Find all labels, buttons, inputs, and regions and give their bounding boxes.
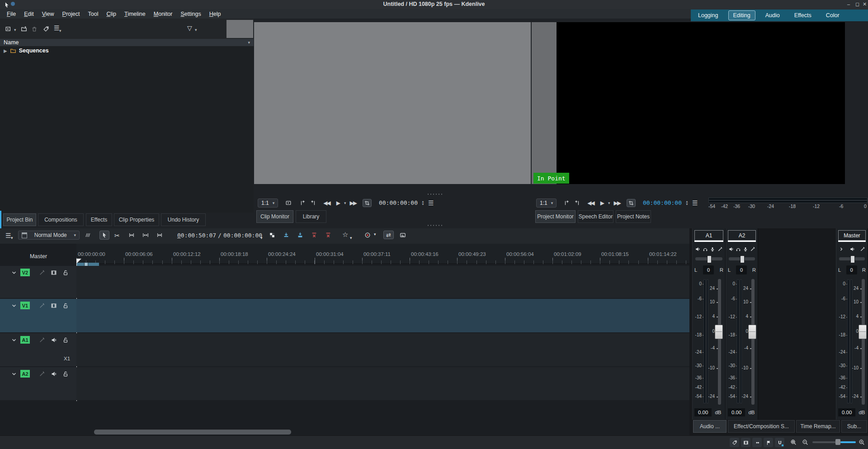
- clip-monitor-menu-icon[interactable]: ☰: [428, 199, 434, 207]
- tab-audio-mixer[interactable]: Audio ...: [693, 420, 726, 433]
- fast-forward-button[interactable]: ▶▶: [349, 200, 356, 206]
- tab-effects[interactable]: Effects: [86, 213, 112, 226]
- chevron-down-icon[interactable]: [11, 269, 17, 276]
- balance-handle[interactable]: [707, 255, 712, 263]
- gain-value[interactable]: 0.00: [694, 408, 712, 416]
- tab-library[interactable]: Library: [296, 210, 326, 223]
- tab-compositions[interactable]: Compositions: [38, 213, 84, 226]
- play-button[interactable]: ▶: [336, 200, 340, 206]
- menu-view[interactable]: View: [38, 11, 58, 17]
- workspace-tab-color[interactable]: Color: [821, 11, 844, 20]
- chevron-down-icon[interactable]: [11, 302, 17, 309]
- track-name-badge[interactable]: A2: [20, 370, 30, 378]
- timeline-menu-dropdown-arrow[interactable]: ▾: [11, 236, 13, 240]
- lift-zone-icon[interactable]: [325, 232, 331, 238]
- tab-clip-properties[interactable]: Clip Properties: [114, 213, 159, 226]
- razor-tool-icon[interactable]: ✂: [114, 232, 120, 239]
- timecode-spinner[interactable]: ▲▼: [685, 200, 689, 206]
- timeline-menu-icon[interactable]: ☰: [5, 232, 11, 239]
- mute-icon[interactable]: [849, 246, 855, 252]
- expander-icon[interactable]: ▶: [4, 48, 7, 53]
- zone-in-icon[interactable]: [300, 200, 306, 206]
- strip-effects-icon[interactable]: [717, 246, 723, 252]
- volume-fader-track[interactable]: [862, 279, 865, 405]
- mixer-strip-title[interactable]: Master: [838, 230, 866, 241]
- timeline-zone-duration[interactable]: 00:00:00:00: [223, 232, 262, 239]
- list-item[interactable]: ▶ Sequences: [0, 46, 254, 55]
- track-header-a2[interactable]: A2: [0, 367, 76, 400]
- tab-subtitles[interactable]: Sub...: [841, 420, 867, 433]
- edit-mode-dropdown[interactable]: Normal Mode ▾: [18, 231, 80, 240]
- menu-help[interactable]: Help: [205, 11, 225, 17]
- timeline-position-timecode[interactable]: 00:00:50:07: [177, 232, 216, 239]
- master-effects-button[interactable]: Master: [26, 251, 51, 261]
- snap-magnet-button[interactable]: [775, 438, 784, 447]
- solo-icon[interactable]: [703, 246, 708, 252]
- track-name-badge[interactable]: V2: [20, 269, 30, 276]
- menu-file[interactable]: File: [3, 11, 20, 17]
- mixer-strip-title[interactable]: A1: [694, 230, 723, 241]
- zone-out-icon[interactable]: [574, 200, 580, 206]
- balance-slider[interactable]: [729, 257, 755, 260]
- play-dropdown-arrow[interactable]: ▾: [608, 201, 610, 205]
- add-clip-dropdown-arrow[interactable]: ▾: [14, 28, 16, 32]
- delete-icon[interactable]: [31, 26, 38, 32]
- timecode-spinner[interactable]: ▲▼: [421, 200, 425, 206]
- lock-icon[interactable]: [62, 371, 69, 377]
- subtitle-icon[interactable]: [400, 232, 406, 238]
- zoom-fit-icon[interactable]: [790, 439, 797, 445]
- bin-menu-dropdown-arrow[interactable]: ▾: [59, 28, 61, 33]
- fit-zone-icon[interactable]: [142, 232, 149, 238]
- filter-icon[interactable]: ▽: [187, 24, 192, 32]
- film-icon[interactable]: [51, 302, 57, 309]
- track-lane-v1[interactable]: [76, 299, 689, 332]
- balance-slider[interactable]: [695, 257, 722, 260]
- zoom-slider-handle[interactable]: [835, 439, 840, 445]
- menu-edit[interactable]: Edit: [20, 11, 38, 17]
- tab-project-notes[interactable]: Project Notes: [616, 210, 651, 223]
- zone-mode-button[interactable]: [627, 199, 636, 207]
- lock-icon[interactable]: [62, 337, 69, 343]
- fast-forward-button[interactable]: ▶▶: [613, 200, 620, 206]
- close-button[interactable]: ✕: [863, 1, 867, 7]
- tab-undo-history[interactable]: Undo History: [161, 213, 206, 226]
- minimize-button[interactable]: –: [847, 1, 850, 7]
- speaker-icon[interactable]: [51, 371, 57, 377]
- zone-in-icon[interactable]: [564, 200, 570, 206]
- film-icon[interactable]: [51, 269, 57, 276]
- clip-monitor-video-area[interactable]: [254, 22, 531, 184]
- collapse-mixer-icon[interactable]: [839, 246, 844, 252]
- workspace-tab-logging[interactable]: Logging: [693, 11, 723, 20]
- chevron-down-icon[interactable]: [11, 371, 17, 377]
- workspace-tab-editing[interactable]: Editing: [728, 10, 755, 20]
- extract-zone-icon[interactable]: [311, 232, 317, 238]
- zone-out-icon[interactable]: [310, 200, 316, 206]
- playhead-marker[interactable]: [76, 259, 81, 264]
- track-name-badge[interactable]: A1: [20, 336, 30, 344]
- volume-fader-handle[interactable]: [748, 325, 756, 339]
- favorite-effects-dropdown-arrow[interactable]: ▾: [350, 236, 352, 240]
- track-effects-icon[interactable]: [39, 302, 45, 309]
- filter-dropdown-arrow[interactable]: ▾: [195, 28, 197, 32]
- record-monitor-icon[interactable]: [710, 246, 715, 252]
- tab-clip-monitor[interactable]: Clip Monitor: [256, 210, 293, 223]
- project-monitor-timecode[interactable]: 00:00:00:00: [643, 199, 682, 206]
- mute-icon[interactable]: [728, 246, 734, 252]
- balance-value[interactable]: 0: [846, 265, 857, 274]
- track-lane-a1[interactable]: [76, 333, 689, 366]
- track-header-a1[interactable]: A1 X1: [0, 333, 76, 366]
- balance-slider[interactable]: [839, 257, 865, 260]
- menu-timeline[interactable]: Timeline: [120, 11, 150, 17]
- rewind-button[interactable]: ◀◀: [323, 200, 330, 206]
- film-toggle-button[interactable]: [741, 438, 750, 447]
- balance-handle[interactable]: [740, 255, 745, 263]
- chevron-down-icon[interactable]: [11, 337, 17, 343]
- track-effects-icon[interactable]: [39, 337, 45, 343]
- add-clip-icon[interactable]: [5, 26, 11, 32]
- strip-effects-icon[interactable]: [860, 246, 865, 252]
- tag-toggle-button[interactable]: [730, 438, 739, 447]
- track-effects-icon[interactable]: [39, 371, 45, 377]
- timecode-dropdown-arrow[interactable]: ▾: [260, 236, 263, 240]
- zoom-in-icon[interactable]: [859, 439, 865, 445]
- play-dropdown-arrow[interactable]: ▾: [344, 201, 346, 205]
